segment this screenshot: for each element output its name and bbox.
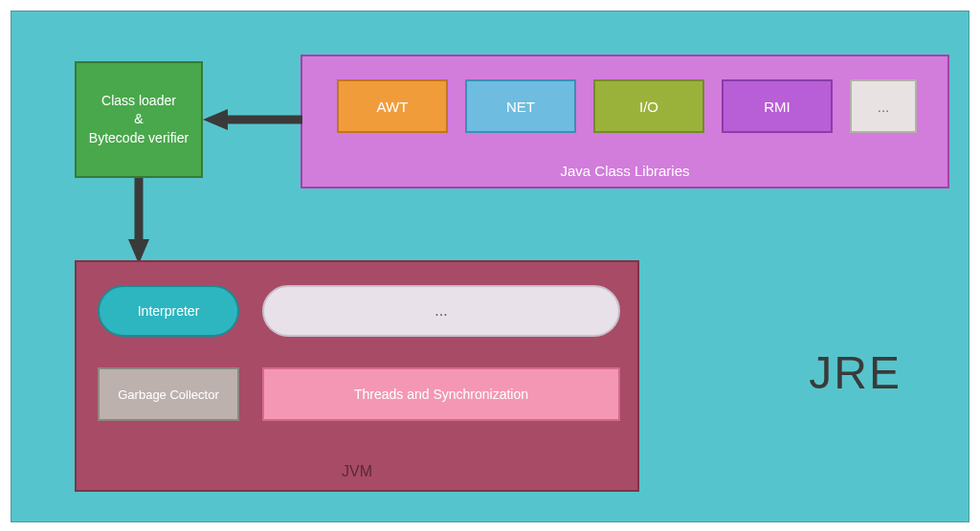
classloader-line1: Class loader [101,92,176,111]
arrow-jcl-to-classloader [203,107,302,132]
lib-rmi: RMI [722,79,833,133]
jcl-title: Java Class Libraries [302,163,947,179]
jvm-gc: Garbage Collector [98,367,239,421]
jvm-title: JVM [77,463,637,480]
classloader-line3: Bytecode verifier [89,129,189,148]
svg-marker-1 [203,109,228,130]
classloader-box: Class loader & Bytecode verifier [75,61,203,178]
jvm-ellipsis: ... [262,285,620,337]
jre-label: JRE [809,346,902,399]
lib-io: I/O [593,79,704,133]
jvm-interpreter: Interpreter [98,285,239,337]
lib-more: ... [850,79,917,133]
java-class-libraries-box: AWT NET I/O RMI ... Java Class Libraries [301,55,949,188]
jvm-threads: Threads and Synchronization [262,367,620,421]
jre-diagram: Class loader & Bytecode verifier AWT NET… [11,11,969,522]
jvm-box: Interpreter ... Garbage Collector Thread… [75,260,639,492]
arrow-classloader-to-jvm [126,178,151,264]
lib-net: NET [465,79,576,133]
classloader-line2: & [134,110,143,129]
lib-awt: AWT [337,79,448,133]
